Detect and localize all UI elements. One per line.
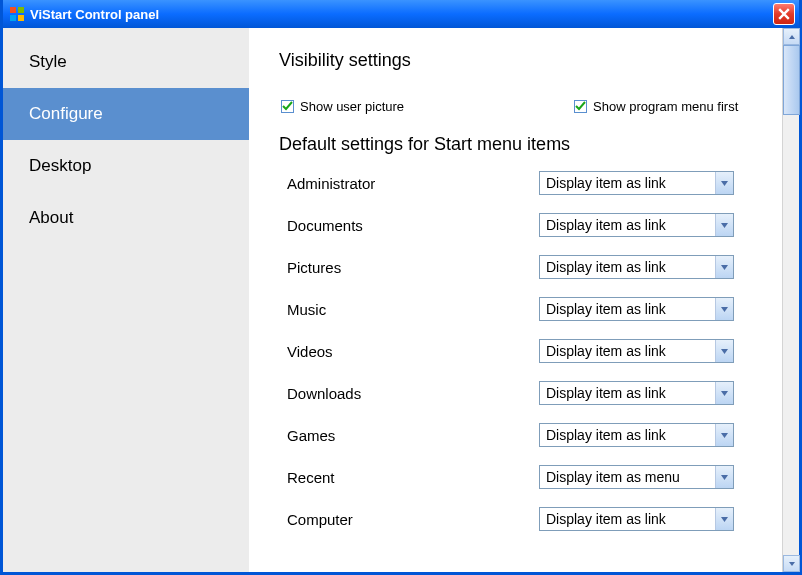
setting-row-downloads: Downloads Display item as link xyxy=(287,381,783,405)
chevron-down-icon xyxy=(720,515,729,524)
chevron-down-icon xyxy=(788,560,796,568)
setting-label: Games xyxy=(287,427,539,444)
dropdown-pictures[interactable]: Display item as link xyxy=(539,255,734,279)
checkmark-icon xyxy=(575,101,586,112)
body-area: Style Configure Desktop About Visibility… xyxy=(3,28,799,572)
dropdown-button xyxy=(715,466,733,488)
settings-list: Administrator Display item as link Docum… xyxy=(279,171,783,531)
dropdown-computer[interactable]: Display item as link xyxy=(539,507,734,531)
dropdown-value: Display item as menu xyxy=(540,469,715,485)
setting-row-recent: Recent Display item as menu xyxy=(287,465,783,489)
setting-row-documents: Documents Display item as link xyxy=(287,213,783,237)
setting-label: Computer xyxy=(287,511,539,528)
chevron-down-icon xyxy=(720,263,729,272)
dropdown-administrator[interactable]: Display item as link xyxy=(539,171,734,195)
dropdown-button xyxy=(715,508,733,530)
svg-rect-1 xyxy=(18,7,24,13)
chevron-down-icon xyxy=(720,347,729,356)
dropdown-value: Display item as link xyxy=(540,259,715,275)
sidebar-item-configure[interactable]: Configure xyxy=(3,88,249,140)
setting-label: Music xyxy=(287,301,539,318)
dropdown-value: Display item as link xyxy=(540,511,715,527)
visibility-checkbox-row: Show user picture Show program menu firs… xyxy=(279,99,783,114)
dropdown-value: Display item as link xyxy=(540,385,715,401)
app-window: ViStart Control panel Style Configure De… xyxy=(0,0,802,575)
checkbox-show-user-picture[interactable]: Show user picture xyxy=(281,99,404,114)
chevron-down-icon xyxy=(720,473,729,482)
setting-label: Videos xyxy=(287,343,539,360)
chevron-down-icon xyxy=(720,305,729,314)
setting-label: Recent xyxy=(287,469,539,486)
setting-row-videos: Videos Display item as link xyxy=(287,339,783,363)
scroll-up-button[interactable] xyxy=(783,28,800,45)
titlebar: ViStart Control panel xyxy=(3,0,799,28)
visibility-heading: Visibility settings xyxy=(279,50,783,71)
dropdown-documents[interactable]: Display item as link xyxy=(539,213,734,237)
dropdown-button xyxy=(715,424,733,446)
dropdown-downloads[interactable]: Display item as link xyxy=(539,381,734,405)
dropdown-music[interactable]: Display item as link xyxy=(539,297,734,321)
chevron-up-icon xyxy=(788,33,796,41)
main-panel: Visibility settings Show user picture Sh… xyxy=(249,28,799,572)
sidebar-item-about[interactable]: About xyxy=(3,192,249,244)
sidebar-item-style[interactable]: Style xyxy=(3,36,249,88)
checkbox-show-program-menu[interactable]: Show program menu first xyxy=(574,99,738,114)
window-title: ViStart Control panel xyxy=(30,7,773,22)
dropdown-value: Display item as link xyxy=(540,301,715,317)
dropdown-button xyxy=(715,298,733,320)
chevron-down-icon xyxy=(720,389,729,398)
dropdown-button xyxy=(715,256,733,278)
setting-row-pictures: Pictures Display item as link xyxy=(287,255,783,279)
svg-rect-0 xyxy=(10,7,16,13)
setting-row-games: Games Display item as link xyxy=(287,423,783,447)
app-icon xyxy=(9,6,25,22)
setting-row-administrator: Administrator Display item as link xyxy=(287,171,783,195)
dropdown-button xyxy=(715,214,733,236)
close-button[interactable] xyxy=(773,3,795,25)
dropdown-value: Display item as link xyxy=(540,175,715,191)
checkbox-box xyxy=(281,100,294,113)
svg-rect-3 xyxy=(18,15,24,21)
scroll-down-button[interactable] xyxy=(783,555,800,572)
checkmark-icon xyxy=(282,101,293,112)
dropdown-value: Display item as link xyxy=(540,427,715,443)
chevron-down-icon xyxy=(720,221,729,230)
vertical-scrollbar[interactable] xyxy=(782,28,799,572)
dropdown-button xyxy=(715,340,733,362)
dropdown-games[interactable]: Display item as link xyxy=(539,423,734,447)
setting-label: Administrator xyxy=(287,175,539,192)
checkbox-label: Show user picture xyxy=(300,99,404,114)
dropdown-value: Display item as link xyxy=(540,217,715,233)
sidebar-item-desktop[interactable]: Desktop xyxy=(3,140,249,192)
defaults-heading: Default settings for Start menu items xyxy=(279,134,783,155)
sidebar: Style Configure Desktop About xyxy=(3,28,249,572)
chevron-down-icon xyxy=(720,179,729,188)
scrollbar-thumb[interactable] xyxy=(783,45,800,115)
dropdown-button xyxy=(715,172,733,194)
checkbox-label: Show program menu first xyxy=(593,99,738,114)
setting-label: Documents xyxy=(287,217,539,234)
setting-label: Pictures xyxy=(287,259,539,276)
close-icon xyxy=(778,8,790,20)
setting-label: Downloads xyxy=(287,385,539,402)
dropdown-button xyxy=(715,382,733,404)
checkbox-box xyxy=(574,100,587,113)
setting-row-computer: Computer Display item as link xyxy=(287,507,783,531)
svg-rect-2 xyxy=(10,15,16,21)
dropdown-value: Display item as link xyxy=(540,343,715,359)
chevron-down-icon xyxy=(720,431,729,440)
dropdown-recent[interactable]: Display item as menu xyxy=(539,465,734,489)
setting-row-music: Music Display item as link xyxy=(287,297,783,321)
dropdown-videos[interactable]: Display item as link xyxy=(539,339,734,363)
